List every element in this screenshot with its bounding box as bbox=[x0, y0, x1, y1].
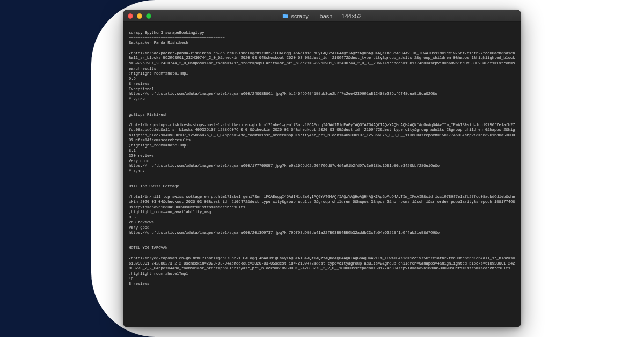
folder-icon bbox=[282, 13, 289, 19]
traffic-lights bbox=[128, 13, 151, 19]
close-icon[interactable] bbox=[128, 13, 133, 19]
window-titlebar: scrapy — -bash — 144×52 bbox=[123, 10, 521, 22]
window-title: scrapy — -bash — 144×52 bbox=[123, 13, 521, 19]
minimize-icon[interactable] bbox=[137, 13, 142, 19]
terminal-output[interactable]: ~~~~~~~~~~~~~~~~~~~~~~~~~~~~~~~~~~~~~~~~… bbox=[123, 22, 521, 327]
terminal-window: scrapy — -bash — 144×52 ~~~~~~~~~~~~~~~~… bbox=[123, 10, 521, 327]
window-title-text: scrapy — -bash — 144×52 bbox=[291, 13, 361, 19]
maximize-icon[interactable] bbox=[146, 13, 151, 19]
